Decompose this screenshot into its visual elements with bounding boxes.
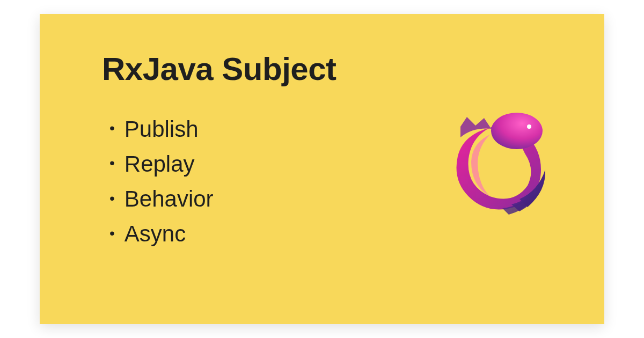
list-item: Publish	[109, 112, 214, 146]
list-item: Behavior	[109, 181, 214, 216]
subject-types-list: Publish Replay Behavior Async	[109, 112, 214, 251]
list-item: Replay	[109, 146, 214, 181]
page-title: RxJava Subject	[102, 50, 336, 87]
list-item: Async	[109, 216, 214, 251]
reactivex-logo-icon	[439, 105, 552, 218]
slide-card: RxJava Subject Publish Replay Behavior A…	[40, 14, 604, 324]
svg-point-0	[491, 113, 543, 149]
svg-point-1	[527, 124, 531, 129]
